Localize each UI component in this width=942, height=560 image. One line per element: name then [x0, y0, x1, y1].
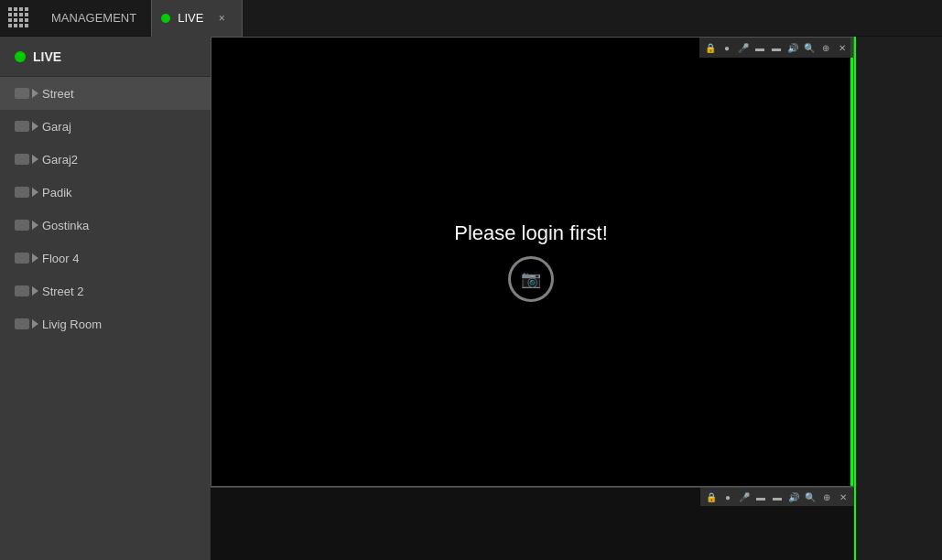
bottom-panel: 🔒 ● 🎤 ▬ ▬ 🔊 🔍 ⊕ ✕	[211, 487, 854, 560]
panel-close-button[interactable]: ✕	[835, 40, 850, 55]
bottom-icon-dot[interactable]: ●	[720, 490, 735, 504]
camera-list-icon	[15, 87, 33, 100]
camera-list-item[interactable]: Street	[0, 77, 211, 110]
camera-item-label: Padik	[42, 186, 72, 199]
camera-list: StreetGarajGaraj2PadikGostinkaFloor 4Str…	[0, 77, 211, 340]
camera-list-icon	[15, 120, 33, 133]
topbar: MANAGEMENT LIVE ×	[0, 0, 942, 37]
management-tab-label: MANAGEMENT	[51, 11, 136, 25]
camera-list-item[interactable]: Garaj2	[0, 143, 211, 176]
bottom-icon-rec2[interactable]: ▬	[770, 490, 785, 504]
bottom-icon-rec1[interactable]: ▬	[753, 490, 768, 504]
camera-circle-icon: 📷	[508, 256, 554, 302]
sidebar-header: LIVE	[0, 37, 211, 77]
camera-list-icon	[15, 285, 33, 297]
camera-list-item[interactable]: Floor 4	[0, 242, 211, 275]
panel-icon-zoom1[interactable]: 🔍	[802, 40, 817, 55]
bottom-icon-zoom1[interactable]: 🔍	[803, 490, 817, 504]
sidebar: LIVE StreetGarajGaraj2PadikGostinkaFloor…	[0, 37, 211, 560]
camera-list-item[interactable]: Street 2	[0, 275, 211, 307]
camera-list-icon	[15, 252, 33, 264]
bottom-close-button[interactable]: ✕	[836, 490, 850, 504]
bottom-icon-vol[interactable]: 🔊	[786, 490, 801, 504]
close-tab-button[interactable]: ×	[214, 11, 229, 26]
camera-list-icon	[15, 186, 33, 199]
camera-item-label: Livig Room	[42, 318, 102, 331]
camera-view-main: Please login first! 📷	[211, 38, 853, 486]
panel-icon-dot[interactable]: ●	[720, 40, 734, 55]
panel-toolbar-top: 🔒 ● 🎤 ▬ ▬ 🔊 🔍 ⊕ ✕	[699, 38, 853, 58]
panel-icon-vol[interactable]: 🔊	[785, 40, 800, 55]
bottom-icon-mic[interactable]: 🎤	[737, 490, 752, 504]
camera-list-item[interactable]: Gostinka	[0, 209, 211, 242]
camera-list-item[interactable]: Livig Room	[0, 307, 211, 340]
camera-item-label: Street 2	[42, 285, 84, 298]
main-layout: LIVE StreetGarajGaraj2PadikGostinkaFloor…	[0, 37, 942, 560]
camera-item-label: Street	[42, 87, 74, 101]
login-message: Please login first!	[454, 221, 608, 245]
live-tab-label: LIVE	[178, 11, 203, 25]
sidebar-title: LIVE	[33, 49, 61, 64]
camera-list-item[interactable]: Padik	[0, 176, 211, 209]
live-indicator-dot	[161, 14, 170, 23]
panel-icon-zoom2[interactable]: ⊕	[818, 40, 833, 55]
camera-list-icon	[15, 219, 33, 232]
management-tab[interactable]: MANAGEMENT	[37, 0, 151, 37]
app-menu-button[interactable]	[0, 0, 37, 37]
camera-item-label: Floor 4	[42, 252, 79, 265]
panel-icon-rec2[interactable]: ▬	[769, 40, 784, 55]
camera-list-item[interactable]: Garaj	[0, 110, 211, 143]
bottom-icon-lock[interactable]: 🔒	[704, 490, 719, 504]
right-panel-strip	[854, 37, 942, 560]
panel-toolbar-bottom: 🔒 ● 🎤 ▬ ▬ 🔊 🔍 ⊕ ✕	[700, 488, 854, 506]
camera-list-icon	[15, 153, 33, 166]
camera-item-label: Gostinka	[42, 219, 89, 232]
bottom-icon-zoom2[interactable]: ⊕	[819, 490, 834, 504]
panel-icon-mic[interactable]: 🎤	[736, 40, 751, 55]
live-tab[interactable]: LIVE ×	[151, 0, 243, 37]
camera-item-label: Garaj2	[42, 153, 78, 167]
panel-icon-rec1[interactable]: ▬	[753, 40, 767, 55]
sidebar-live-dot	[15, 51, 26, 62]
camera-list-icon	[15, 318, 33, 330]
camera-item-label: Garaj	[42, 120, 71, 134]
grid-icon	[8, 7, 29, 28]
content-area: 🔒 ● 🎤 ▬ ▬ 🔊 🔍 ⊕ ✕ Please login first! 📷 …	[211, 37, 854, 560]
camera-icon: 📷	[521, 269, 541, 289]
panel-icon-lock[interactable]: 🔒	[703, 40, 718, 55]
camera-panel-top: 🔒 ● 🎤 ▬ ▬ 🔊 🔍 ⊕ ✕ Please login first! 📷	[211, 37, 854, 487]
